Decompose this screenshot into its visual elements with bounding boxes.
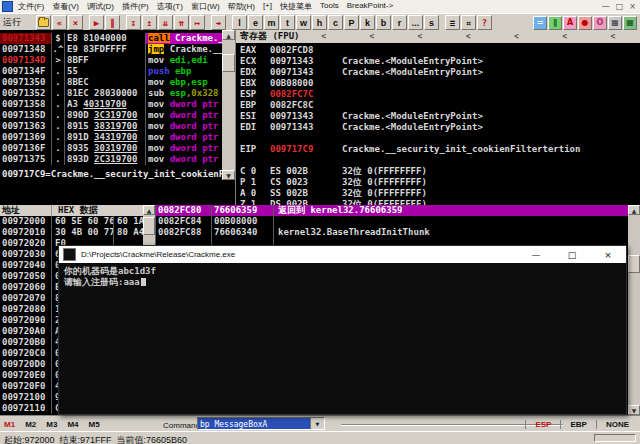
- register-pane-marker-1[interactable]: <: [369, 32, 374, 41]
- register-pane-marker-6[interactable]: <: [610, 32, 615, 41]
- console-output[interactable]: 你的机器码是abc1d3f请输入注册码:aaa: [59, 263, 626, 288]
- plugin-circle-button[interactable]: O: [593, 16, 607, 30]
- scroll-up-icon[interactable]: ▲: [222, 30, 235, 40]
- register-pane-marker-4[interactable]: <: [514, 32, 519, 41]
- stack-scrollbar[interactable]: ▲ ▼: [628, 205, 640, 415]
- disasm-row[interactable]: 0097134D>8BFFmov edi,edi: [0, 55, 222, 66]
- stack-row[interactable]: 0082FC8876606340kernel32.BaseThreadInitT…: [156, 227, 629, 238]
- console-window[interactable]: D:\Projects\Crackme\Release\Crackme.exe …: [58, 245, 627, 415]
- log-window-button[interactable]: l: [232, 15, 247, 30]
- run-trace-window-button[interactable]: ...: [408, 15, 423, 30]
- scroll-thumb[interactable]: [628, 255, 640, 273]
- stack-row[interactable]: 0082FC8400B08000: [156, 216, 629, 227]
- register-pane-marker-2[interactable]: <: [418, 32, 423, 41]
- close-program-button[interactable]: ×: [68, 15, 83, 30]
- animate-into-button[interactable]: ⇊: [158, 15, 173, 30]
- scroll-up-icon[interactable]: ▲: [143, 205, 155, 215]
- memory-tab-m3[interactable]: M3: [46, 420, 57, 429]
- source-window-button[interactable]: s: [424, 15, 439, 30]
- disasm-row[interactable]: 0097136F.8935 30319700mov dword ptr d: [0, 143, 222, 154]
- plugin-blue-button[interactable]: =: [533, 16, 547, 30]
- memory-window-button[interactable]: m: [264, 15, 279, 30]
- menu-item-10[interactable]: BreakPoint->: [347, 1, 393, 12]
- patches-window-button[interactable]: P: [344, 15, 359, 30]
- plugin-green-grid-button[interactable]: ▦: [623, 16, 637, 30]
- register-row[interactable]: EAX0082FCD8: [236, 45, 640, 56]
- menu-item-5[interactable]: 窗口(W): [191, 1, 220, 12]
- register-pane-marker-5[interactable]: <: [562, 32, 567, 41]
- disasm-row[interactable]: 00971358.A3 40319700mov dword ptr d: [0, 99, 222, 110]
- run-button[interactable]: ▶: [89, 15, 104, 30]
- menu-item-7[interactable]: [+]: [263, 1, 272, 12]
- register-row[interactable]: EBP0082FC8C: [236, 100, 640, 111]
- stack-row[interactable]: 0082FC8076606359返回到 kernel32.76606359: [156, 205, 629, 216]
- menu-item-9[interactable]: Tools: [320, 1, 339, 12]
- pause-button[interactable]: ∥: [105, 15, 120, 30]
- cpu-window-button[interactable]: c: [328, 15, 343, 30]
- windows-list-button[interactable]: ≡: [445, 15, 460, 30]
- close-icon[interactable]: ×: [629, 2, 636, 11]
- menu-item-4[interactable]: 选项(T): [157, 1, 183, 12]
- scroll-down-icon[interactable]: ▼: [222, 170, 235, 180]
- register-row[interactable]: P 1CS 002332位 0(FFFFFFFF): [236, 177, 640, 188]
- disasm-row[interactable]: 0097134F.55push ebp: [0, 66, 222, 77]
- register-row[interactable]: EBX00B08000: [236, 78, 640, 89]
- plugin-record-button[interactable]: ●: [578, 16, 592, 30]
- console-maximize-icon[interactable]: □: [554, 246, 590, 263]
- open-file-button[interactable]: [36, 15, 51, 30]
- dump-row[interactable]: 0097201030 4B 00 7780 A4: [0, 227, 143, 238]
- memory-tab-m5[interactable]: M5: [89, 420, 100, 429]
- disasm-row[interactable]: 00971375.893D 2C319700mov dword ptr d: [0, 154, 222, 165]
- handles-window-button[interactable]: h: [312, 15, 327, 30]
- status-none[interactable]: NONE: [596, 420, 638, 429]
- call-stack-window-button[interactable]: k: [360, 15, 375, 30]
- references-window-button[interactable]: r: [392, 15, 407, 30]
- disasm-row[interactable]: 00971369.891D 34319700mov dword ptr d: [0, 132, 222, 143]
- register-row[interactable]: ESI00971343Crackme.<ModuleEntryPoint>: [236, 111, 640, 122]
- disasm-row[interactable]: 00971352.81EC 28030000sub esp,0x328: [0, 88, 222, 99]
- executables-window-button[interactable]: e: [248, 15, 263, 30]
- plugin-button[interactable]: ¤: [461, 15, 476, 30]
- register-row[interactable]: EDX00971343Crackme.<ModuleEntryPoint>: [236, 67, 640, 78]
- scroll-down-icon[interactable]: ▼: [628, 405, 640, 415]
- disassembly-scrollbar[interactable]: ▲ ▼: [222, 30, 235, 180]
- minimize-icon[interactable]: —: [602, 2, 610, 11]
- register-row[interactable]: A 0SS 002B32位 0(FFFFFFFF): [236, 188, 640, 199]
- windows-window-button[interactable]: w: [296, 15, 311, 30]
- plugin-green-bars-button[interactable]: ∥: [548, 16, 562, 30]
- plugin-a-button[interactable]: A: [563, 16, 577, 30]
- register-pane-marker-3[interactable]: <: [466, 32, 471, 41]
- menu-item-0[interactable]: 文件(F): [18, 1, 44, 12]
- register-row[interactable]: ECX00971343Crackme.<ModuleEntryPoint>: [236, 56, 640, 67]
- menu-item-8[interactable]: 快捷菜单: [280, 1, 312, 12]
- register-row[interactable]: EIP009717C9Crackme.__security_init_cooki…: [236, 144, 640, 155]
- step-over-button[interactable]: ↥: [142, 15, 157, 30]
- plugin-grid-button[interactable]: ▦: [608, 16, 622, 30]
- disasm-row[interactable]: 00971350.8BECmov ebp,esp: [0, 77, 222, 88]
- menu-item-2[interactable]: 调试(D): [87, 1, 114, 12]
- memory-tab-m4[interactable]: M4: [67, 420, 78, 429]
- scroll-up-icon[interactable]: ▲: [628, 205, 640, 215]
- menu-item-6[interactable]: 帮助(H): [228, 1, 255, 12]
- command-combobox[interactable]: bp MessageBoxA ▼: [197, 417, 325, 430]
- status-esp[interactable]: ESP: [525, 420, 560, 429]
- register-row[interactable]: C 0ES 002B32位 0(FFFFFFFF): [236, 166, 640, 177]
- memory-tab-m1[interactable]: M1: [4, 420, 15, 429]
- disasm-row[interactable]: 0097135D.890D 3C319700mov dword ptr d: [0, 110, 222, 121]
- scroll-thumb[interactable]: [143, 217, 155, 235]
- execute-till-user-button[interactable]: ↠: [211, 15, 226, 30]
- maximize-icon[interactable]: □: [616, 2, 624, 11]
- animate-over-button[interactable]: ⇈: [174, 15, 189, 30]
- console-title-bar[interactable]: D:\Projects\Crackme\Release\Crackme.exe …: [59, 246, 626, 263]
- disasm-row[interactable]: 00971343$E8 81040000call Crackme.__: [0, 33, 222, 44]
- menu-item-3[interactable]: 插件(P): [122, 1, 149, 12]
- threads-window-button[interactable]: t: [280, 15, 295, 30]
- execute-till-return-button[interactable]: ↦: [190, 15, 205, 30]
- disasm-row[interactable]: 00971363.8915 38319700mov dword ptr d: [0, 121, 222, 132]
- step-into-button[interactable]: ↧: [126, 15, 141, 30]
- register-row[interactable]: ESP0082FC7C: [236, 89, 640, 100]
- register-pane-marker-0[interactable]: <: [321, 32, 326, 41]
- disasm-row[interactable]: 00971348.^E9 83FDFFFFjmp Crackme.__t: [0, 44, 222, 55]
- menu-item-1[interactable]: 查看(V): [52, 1, 79, 12]
- memory-tab-m2[interactable]: M2: [25, 420, 36, 429]
